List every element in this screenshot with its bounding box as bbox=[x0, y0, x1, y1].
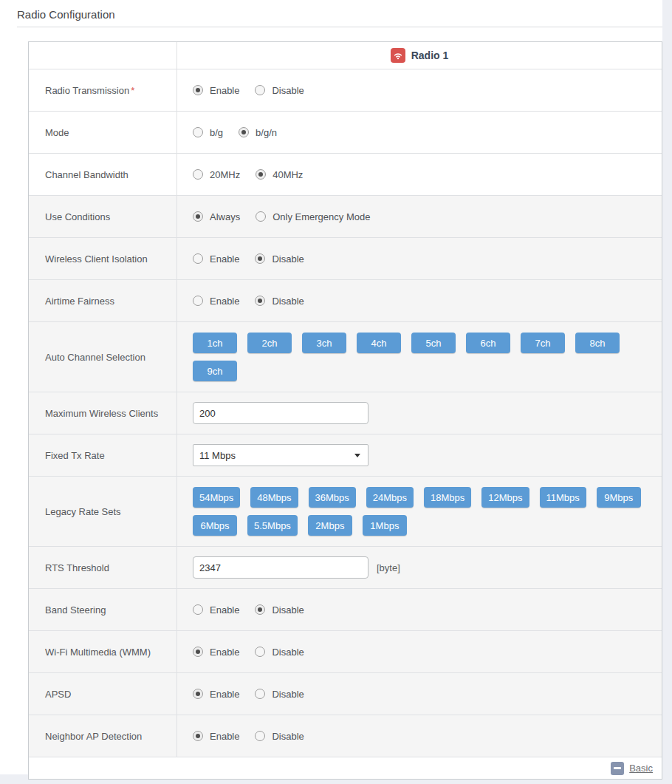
band-steering-option[interactable]: Enable bbox=[193, 604, 239, 616]
collapse-minus-icon[interactable] bbox=[611, 762, 624, 775]
auto-channel-selection-button[interactable]: 1ch bbox=[193, 333, 237, 353]
channel-bandwidth-value-cell: 20MHz40MHz bbox=[176, 154, 662, 195]
auto-channel-selection-button[interactable]: 8ch bbox=[575, 333, 620, 353]
legacy-rate-sets-button[interactable]: 18Mbps bbox=[424, 487, 471, 508]
legacy-rate-sets-button[interactable]: 54Mbps bbox=[193, 487, 240, 508]
radio-option-label: Enable bbox=[210, 604, 239, 616]
radio-button[interactable] bbox=[193, 85, 203, 95]
radio-button[interactable] bbox=[193, 296, 203, 306]
mode-value-cell: b/gb/g/n bbox=[176, 112, 662, 153]
auto-channel-selection-button[interactable]: 3ch bbox=[302, 333, 346, 353]
radio-button[interactable] bbox=[255, 731, 265, 741]
radio-button[interactable] bbox=[193, 211, 203, 222]
legacy-rate-sets-label-cell: Legacy Rate Sets bbox=[29, 477, 176, 546]
radio-transmission-label-cell: Radio Transmission* bbox=[29, 69, 176, 111]
legacy-rate-sets-row: Legacy Rate Sets54Mbps48Mbps36Mbps24Mbps… bbox=[29, 476, 662, 546]
radio-button[interactable] bbox=[256, 169, 266, 180]
radio-option-label: 20MHz bbox=[210, 169, 240, 180]
radio-button[interactable] bbox=[255, 253, 265, 264]
channel-bandwidth-row: Channel Bandwidth20MHz40MHz bbox=[29, 153, 662, 195]
auto-channel-selection-label-cell: Auto Channel Selection bbox=[29, 322, 176, 392]
rts-threshold-label: RTS Threshold bbox=[45, 562, 109, 573]
legacy-rate-sets-button[interactable]: 36Mbps bbox=[309, 487, 356, 508]
airtime-fairness-value-cell: EnableDisable bbox=[176, 280, 662, 321]
radio-button[interactable] bbox=[256, 211, 266, 222]
radio-transmission-value-cell: EnableDisable bbox=[176, 69, 662, 111]
mode-option[interactable]: b/g/n bbox=[239, 127, 277, 138]
radio-button[interactable] bbox=[193, 253, 203, 264]
radio-button[interactable] bbox=[193, 647, 203, 657]
radio-button[interactable] bbox=[193, 689, 203, 699]
title-divider bbox=[17, 27, 662, 27]
neighbor-ap-detection-option[interactable]: Disable bbox=[255, 731, 304, 742]
wifi-multimedia-wmm-value-cell: EnableDisable bbox=[176, 631, 662, 672]
neighbor-ap-detection-label: Neighbor AP Detection bbox=[45, 731, 142, 742]
radio-button[interactable] bbox=[255, 296, 265, 306]
wifi-multimedia-wmm-option[interactable]: Enable bbox=[193, 647, 239, 658]
basic-toggle-link[interactable]: Basic bbox=[629, 763, 653, 774]
auto-channel-selection-button[interactable]: 6ch bbox=[466, 333, 510, 353]
radio-option-label: b/g/n bbox=[256, 127, 277, 138]
legacy-rate-sets-value-cell: 54Mbps48Mbps36Mbps24Mbps18Mbps12Mbps11Mb… bbox=[176, 477, 662, 546]
channel-bandwidth-label: Channel Bandwidth bbox=[45, 169, 128, 180]
apsd-option[interactable]: Disable bbox=[255, 689, 304, 700]
legacy-rate-sets-button[interactable]: 6Mbps bbox=[193, 515, 237, 536]
legacy-rate-sets-button[interactable]: 1Mbps bbox=[363, 515, 407, 536]
radio-button[interactable] bbox=[193, 731, 203, 741]
legacy-rate-sets-button[interactable]: 11Mbps bbox=[540, 487, 586, 508]
band-steering-label-cell: Band Steering bbox=[29, 589, 176, 630]
rts-threshold-row: RTS Threshold[byte] bbox=[29, 546, 662, 588]
radio1-header-label: Radio 1 bbox=[411, 50, 449, 61]
radio-button[interactable] bbox=[255, 604, 265, 615]
fixed-tx-rate-select[interactable]: 11 Mbps bbox=[193, 444, 368, 466]
radio-option-label: Enable bbox=[210, 689, 239, 700]
airtime-fairness-option[interactable]: Disable bbox=[255, 296, 304, 307]
wifi-multimedia-wmm-label-cell: Wi-Fi Multimedia (WMM) bbox=[29, 631, 176, 672]
wireless-client-isolation-value-cell: EnableDisable bbox=[176, 238, 662, 279]
rts-threshold-value-cell: [byte] bbox=[176, 547, 662, 588]
auto-channel-selection-button[interactable]: 4ch bbox=[357, 333, 401, 353]
radio-button[interactable] bbox=[255, 647, 265, 657]
wireless-client-isolation-option[interactable]: Enable bbox=[193, 253, 239, 265]
minus-bar bbox=[614, 767, 621, 769]
auto-channel-selection-button[interactable]: 9ch bbox=[193, 361, 237, 381]
legacy-rate-sets-button[interactable]: 48Mbps bbox=[250, 487, 298, 508]
table-header-row: Radio 1 bbox=[29, 42, 662, 69]
mode-option[interactable]: b/g bbox=[193, 127, 223, 138]
legacy-rate-sets-button[interactable]: 5.5Mbps bbox=[247, 515, 298, 536]
radio-option-label: Enable bbox=[210, 253, 239, 265]
radio-button[interactable] bbox=[239, 127, 249, 137]
neighbor-ap-detection-option[interactable]: Enable bbox=[193, 731, 239, 742]
legacy-rate-sets-button[interactable]: 9Mbps bbox=[597, 487, 641, 508]
auto-channel-selection-button[interactable]: 5ch bbox=[411, 333, 456, 353]
airtime-fairness-option[interactable]: Enable bbox=[193, 296, 239, 307]
maximum-wireless-clients-row: Maximum Wireless Clients bbox=[29, 392, 662, 434]
wifi-multimedia-wmm-option[interactable]: Disable bbox=[255, 647, 304, 658]
legacy-rate-sets-button[interactable]: 12Mbps bbox=[481, 487, 529, 508]
legacy-rate-sets-button[interactable]: 2Mbps bbox=[308, 515, 352, 536]
radio-transmission-option[interactable]: Disable bbox=[255, 85, 304, 96]
auto-channel-selection-button[interactable]: 2ch bbox=[247, 333, 292, 353]
apsd-option[interactable]: Enable bbox=[193, 689, 239, 700]
radio-transmission-option[interactable]: Enable bbox=[193, 85, 239, 96]
radio-option-label: Disable bbox=[272, 253, 304, 265]
channel-bandwidth-option[interactable]: 20MHz bbox=[193, 169, 240, 180]
wireless-client-isolation-option[interactable]: Disable bbox=[255, 253, 304, 265]
maximum-wireless-clients-input[interactable] bbox=[193, 402, 368, 424]
use-conditions-option[interactable]: Only Emergency Mode bbox=[256, 211, 370, 222]
radio-option-label: Disable bbox=[272, 647, 304, 658]
wifi-icon bbox=[391, 48, 405, 63]
rts-threshold-input[interactable] bbox=[193, 556, 368, 579]
use-conditions-option[interactable]: Always bbox=[193, 211, 240, 222]
radio-button[interactable] bbox=[255, 689, 265, 699]
radio-button[interactable] bbox=[193, 127, 203, 137]
neighbor-ap-detection-row: Neighbor AP DetectionEnableDisable bbox=[29, 715, 662, 757]
legacy-rate-sets-button[interactable]: 24Mbps bbox=[366, 487, 414, 508]
channel-bandwidth-option[interactable]: 40MHz bbox=[256, 169, 303, 180]
radio-button[interactable] bbox=[193, 169, 203, 180]
radio-option-label: Enable bbox=[210, 647, 239, 658]
auto-channel-selection-button[interactable]: 7ch bbox=[521, 333, 565, 353]
band-steering-option[interactable]: Disable bbox=[255, 604, 304, 616]
radio-button[interactable] bbox=[255, 85, 265, 95]
radio-button[interactable] bbox=[193, 604, 203, 615]
